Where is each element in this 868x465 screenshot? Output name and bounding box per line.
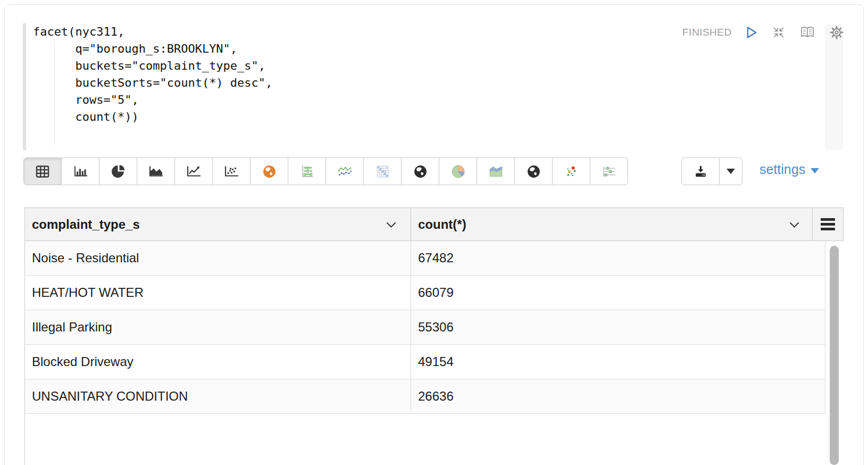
chart-type-bubble-button[interactable] [288,157,326,185]
hamburger-icon [821,218,835,230]
editor-scrollbar-track[interactable] [825,24,843,150]
editor-left-bar [23,23,26,150]
chart-type-globe-button[interactable] [401,157,439,185]
gear-icon [829,25,844,40]
settings-toggle[interactable]: settings [760,162,819,177]
chart-type-pie-button[interactable] [99,157,137,185]
orange-globe-icon [262,164,277,179]
column-dropdown-icon[interactable] [386,222,396,228]
code-line: facet(nyc311, [33,23,272,40]
chart-type-parallel-button[interactable] [590,157,628,185]
settings-label: settings [760,162,805,177]
cell-complaint-type: Illegal Parking [25,310,411,344]
chart-type-multiline-button[interactable] [326,157,364,185]
table-row[interactable]: UNSANITARY CONDITION 26636 [24,379,825,414]
code-line: buckets="complaint_type_s", [33,57,272,74]
table-scrollbar[interactable] [830,246,839,465]
multi-line-icon [337,164,353,179]
chart-type-stacked-area-button[interactable] [477,157,515,185]
table-row[interactable]: Blocked Driveway 49154 [24,345,825,379]
chart-type-pie2-button[interactable] [439,157,477,185]
chart-type-area-button[interactable] [137,157,175,185]
paragraph-settings-button[interactable] [829,25,844,40]
chart-type-globe2-button[interactable] [514,157,553,185]
dark-globe-icon [413,164,428,179]
play-icon [746,26,758,39]
status-badge: FINISHED [682,27,732,38]
download-options-button[interactable] [719,157,742,185]
code-line: q="borough_s:BROOKLYN", [33,40,272,57]
stacked-area-icon [488,164,504,179]
column-header-count[interactable]: count(*) [411,207,812,241]
collapse-output-button[interactable] [772,26,786,39]
colored-pie-icon [451,164,465,179]
line-chart-icon [186,164,202,179]
download-button[interactable] [681,157,720,185]
table-menu-button[interactable] [812,207,844,241]
chart-type-heatmap-button[interactable] [363,157,402,185]
column-dropdown-icon[interactable] [789,222,799,228]
scatter-chart-icon [223,164,239,179]
cell-count: 66079 [411,276,825,310]
bubble-matrix-icon [300,164,314,179]
chart-type-scatter-button[interactable] [212,157,251,185]
chart-type-toolbar [23,157,628,185]
chart-type-map-button[interactable] [250,157,288,185]
pie-chart-icon [111,164,126,179]
code-line: bucketSorts="count(*) desc", [33,74,272,92]
table-empty-area [24,414,30,465]
table-row[interactable]: Illegal Parking 55306 [24,310,825,345]
cell-count: 55306 [411,310,825,344]
table-icon [35,164,51,179]
colored-scatter-icon [564,164,579,179]
bar-chart-icon [72,164,88,179]
run-button[interactable] [746,26,758,39]
cell-complaint-type: UNSANITARY CONDITION [25,379,411,413]
cell-complaint-type: Blocked Driveway [25,345,411,379]
code-editor[interactable]: facet(nyc311, q="borough_s:BROOKLYN", bu… [33,23,272,126]
download-split-button [681,157,742,185]
cell-count: 26636 [411,379,825,413]
show-editor-button[interactable] [799,26,815,39]
area-chart-icon [148,164,164,179]
chart-type-table-button[interactable] [23,157,62,185]
cell-count: 67482 [411,241,825,275]
caret-down-icon [727,169,735,174]
dark-globe2-icon [527,164,541,179]
table-row[interactable]: Noise - Residential 67482 [24,241,825,276]
download-icon [694,165,708,178]
chart-type-bar-button[interactable] [61,157,99,185]
table-row[interactable]: HEAT/HOT WATER 66079 [24,276,825,310]
cell-complaint-type: HEAT/HOT WATER [25,276,411,310]
book-icon [799,26,815,39]
code-line: rows="5", [33,92,272,109]
collapse-icon [772,26,786,39]
chart-type-dots-button[interactable] [552,157,590,185]
parallel-coords-icon [602,164,617,179]
cell-complaint-type: Noise - Residential [25,241,411,275]
notebook-paragraph: facet(nyc311, q="borough_s:BROOKLYN", bu… [0,0,868,465]
column-header-complaint-type[interactable]: complaint_type_s [24,207,411,241]
heatmap-grid-icon [375,164,390,179]
chart-type-line-button[interactable] [174,157,213,185]
paragraph-controls: FINISHED [682,24,844,40]
cell-count: 49154 [411,345,825,379]
settings-caret-icon [811,168,819,173]
code-line: count(*)) [33,109,272,126]
